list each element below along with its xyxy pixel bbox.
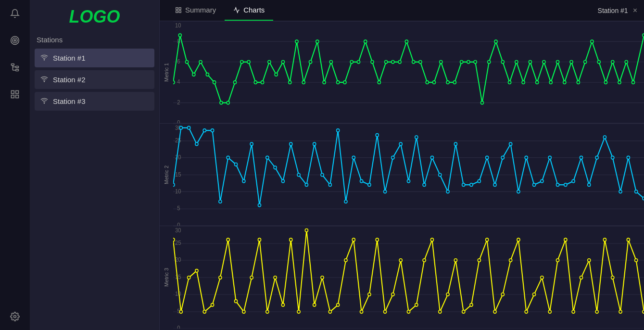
settings-icon[interactable] <box>6 308 24 325</box>
svg-point-40 <box>220 101 223 104</box>
svg-point-143 <box>383 190 386 193</box>
svg-point-82 <box>508 81 511 84</box>
svg-point-193 <box>188 276 190 279</box>
svg-point-217 <box>376 238 379 241</box>
svg-point-153 <box>462 183 465 187</box>
svg-point-74 <box>453 81 456 84</box>
svg-point-116 <box>173 183 175 187</box>
svg-text:0: 0 <box>177 222 180 226</box>
svg-point-237 <box>533 293 536 296</box>
svg-point-205 <box>281 304 284 307</box>
svg-point-118 <box>188 126 190 129</box>
svg-point-195 <box>203 310 206 314</box>
svg-point-79 <box>488 61 491 64</box>
svg-point-42 <box>233 81 236 84</box>
svg-point-68 <box>412 61 415 64</box>
svg-point-157 <box>493 183 496 187</box>
metric1-label: Metric 1 <box>160 21 173 123</box>
svg-point-36 <box>192 73 195 76</box>
svg-point-224 <box>430 238 433 241</box>
metric2-label: Metric 2 <box>160 124 173 226</box>
svg-point-13 <box>14 316 16 318</box>
svg-point-15 <box>44 81 44 82</box>
svg-rect-4 <box>16 66 19 68</box>
wifi-icon-3 <box>40 97 48 106</box>
hierarchy-icon[interactable] <box>6 59 24 76</box>
station1-label: Station #1 <box>53 54 86 62</box>
svg-point-93 <box>584 61 587 64</box>
svg-point-50 <box>289 81 291 84</box>
svg-point-250 <box>635 259 638 262</box>
svg-point-170 <box>595 156 598 159</box>
svg-rect-10 <box>16 91 19 94</box>
svg-point-62 <box>371 61 374 64</box>
svg-point-227 <box>454 259 457 262</box>
svg-point-73 <box>446 81 449 84</box>
svg-point-137 <box>337 129 340 132</box>
svg-point-222 <box>415 304 418 307</box>
svg-point-55 <box>323 81 326 84</box>
svg-point-52 <box>302 81 305 84</box>
svg-point-53 <box>309 61 312 64</box>
svg-point-131 <box>290 142 292 146</box>
svg-point-135 <box>321 173 324 177</box>
svg-point-119 <box>195 142 198 146</box>
svg-point-57 <box>337 81 340 84</box>
svg-point-67 <box>405 40 408 43</box>
svg-point-83 <box>515 61 518 64</box>
svg-point-162 <box>533 183 536 187</box>
svg-rect-18 <box>179 7 181 9</box>
svg-point-192 <box>179 310 182 314</box>
tab-summary[interactable]: Summary <box>166 0 225 21</box>
tab-charts-label: Charts <box>243 6 265 14</box>
svg-point-147 <box>415 136 418 139</box>
svg-text:4: 4 <box>177 79 180 85</box>
svg-rect-12 <box>16 95 19 98</box>
metric2-panel: Metric 2 0 5 10 15 20 25 <box>160 124 644 226</box>
svg-point-45 <box>254 81 257 84</box>
close-button[interactable]: × <box>633 6 637 15</box>
svg-point-238 <box>541 276 543 279</box>
svg-point-160 <box>517 190 520 193</box>
svg-point-154 <box>470 183 473 187</box>
svg-point-0 <box>11 37 19 45</box>
svg-point-132 <box>297 173 300 177</box>
svg-point-211 <box>328 310 331 314</box>
svg-point-44 <box>247 61 250 64</box>
tab-charts[interactable]: Charts <box>225 0 273 21</box>
tab-summary-label: Summary <box>185 6 216 14</box>
svg-point-173 <box>619 190 622 193</box>
svg-text:6: 6 <box>177 59 180 64</box>
svg-point-245 <box>595 310 598 314</box>
svg-point-171 <box>603 136 606 139</box>
svg-point-100 <box>632 81 635 84</box>
svg-point-56 <box>329 61 332 64</box>
svg-point-70 <box>426 81 429 84</box>
svg-text:25: 25 <box>175 240 181 246</box>
svg-point-139 <box>352 156 355 159</box>
grid-icon[interactable] <box>6 86 24 103</box>
svg-point-232 <box>493 310 496 314</box>
svg-point-121 <box>211 129 214 132</box>
svg-point-136 <box>328 183 331 187</box>
sidebar-item-station3[interactable]: Station #3 <box>35 92 154 111</box>
svg-point-33 <box>173 81 175 84</box>
svg-point-117 <box>179 126 182 129</box>
svg-point-81 <box>501 61 504 64</box>
svg-point-60 <box>357 61 360 64</box>
sidebar-item-station1[interactable]: Station #1 <box>35 49 154 67</box>
svg-point-209 <box>313 304 316 307</box>
svg-point-202 <box>258 238 261 241</box>
svg-rect-5 <box>16 69 19 71</box>
svg-point-138 <box>344 200 347 203</box>
svg-point-244 <box>588 259 591 262</box>
sidebar-item-station2[interactable]: Station #2 <box>35 70 154 89</box>
bell-icon[interactable] <box>6 5 24 22</box>
svg-point-16 <box>44 103 44 103</box>
svg-point-165 <box>556 183 559 187</box>
svg-point-140 <box>360 179 363 183</box>
svg-point-200 <box>242 310 245 314</box>
svg-point-87 <box>543 61 545 64</box>
target-icon[interactable] <box>6 32 24 49</box>
sidebar: LOGO Stations Station #1 Station #2 Stat… <box>30 0 160 330</box>
